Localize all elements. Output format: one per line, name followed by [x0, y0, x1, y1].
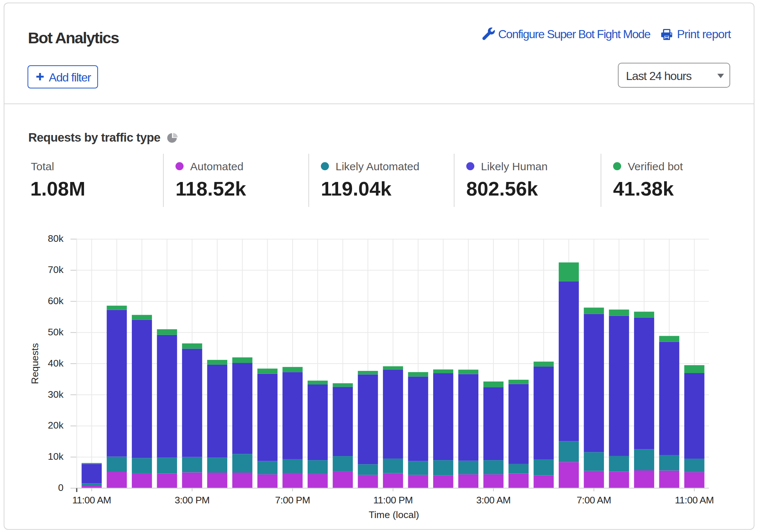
svg-text:70k: 70k: [48, 264, 64, 275]
svg-text:60k: 60k: [48, 295, 64, 306]
svg-text:50k: 50k: [48, 327, 64, 338]
svg-text:7:00 AM: 7:00 AM: [577, 495, 611, 506]
svg-text:11:00 PM: 11:00 PM: [373, 495, 413, 506]
svg-text:Requests: Requests: [29, 343, 40, 384]
svg-text:11:00 AM: 11:00 AM: [675, 495, 714, 506]
svg-text:3:00 PM: 3:00 PM: [175, 495, 210, 506]
svg-text:0: 0: [58, 482, 64, 493]
svg-text:40k: 40k: [48, 358, 64, 369]
svg-text:7:00 PM: 7:00 PM: [275, 495, 310, 506]
svg-text:11:00 AM: 11:00 AM: [72, 495, 111, 506]
svg-text:30k: 30k: [48, 389, 64, 400]
svg-text:20k: 20k: [48, 420, 64, 431]
svg-text:Time (local): Time (local): [369, 509, 419, 520]
svg-text:3:00 AM: 3:00 AM: [476, 495, 511, 506]
svg-text:80k: 80k: [48, 233, 64, 244]
svg-text:10k: 10k: [48, 451, 64, 462]
